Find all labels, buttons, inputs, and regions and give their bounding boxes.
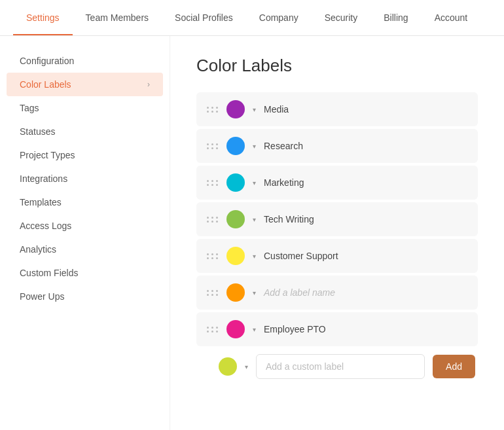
color-dropdown-arrow[interactable]: ▾ — [253, 179, 256, 187]
label-name: Tech Writing — [264, 214, 467, 224]
label-row: ▾Tech Writing — [196, 202, 478, 236]
label-list: ▾Media▾Research▾Marketing▾Tech Writing▾C… — [196, 92, 478, 346]
sidebar-item-power-ups[interactable]: Power Ups — [0, 285, 170, 308]
main-layout: ConfigurationColor Labels›TagsStatusesPr… — [0, 36, 504, 430]
sidebar-item-label: Power Ups — [20, 291, 64, 302]
color-dropdown-arrow[interactable]: ▾ — [253, 326, 256, 333]
sidebar-item-label: Analytics — [20, 244, 56, 255]
top-nav: SettingsTeam MembersSocial ProfilesCompa… — [0, 0, 504, 36]
color-dropdown-arrow[interactable]: ▾ — [253, 216, 256, 223]
sidebar-item-project-types[interactable]: Project Types — [0, 143, 170, 167]
sidebar-item-color-labels[interactable]: Color Labels› — [7, 73, 163, 96]
sidebar-item-label: Custom Fields — [20, 268, 78, 278]
chevron-right-icon: › — [147, 80, 150, 89]
label-name: Marketing — [264, 177, 467, 188]
label-row: ▾Media — [196, 92, 478, 126]
label-name: Customer Support — [264, 251, 467, 261]
label-name[interactable]: Add a label name — [264, 287, 467, 298]
sidebar-item-configuration[interactable]: Configuration — [0, 49, 170, 73]
sidebar-item-integrations[interactable]: Integrations — [0, 167, 170, 190]
label-row: ▾Employee PTO — [196, 312, 478, 346]
add-dropdown-arrow[interactable]: ▾ — [245, 363, 248, 370]
label-name: Research — [264, 141, 467, 151]
color-circle[interactable] — [226, 100, 245, 118]
drag-handle[interactable] — [207, 180, 219, 186]
sidebar-item-label: Access Logs — [20, 221, 71, 231]
drag-handle[interactable] — [207, 290, 219, 296]
sidebar-item-access-logs[interactable]: Access Logs — [0, 214, 170, 238]
sidebar-item-label: Color Labels — [20, 79, 71, 90]
nav-item-team-members[interactable]: Team Members — [73, 1, 162, 35]
color-circle[interactable] — [226, 137, 245, 155]
color-circle[interactable] — [226, 247, 245, 265]
sidebar-item-label: Configuration — [20, 56, 74, 66]
sidebar-item-analytics[interactable]: Analytics — [0, 238, 170, 261]
sidebar-item-label: Integrations — [20, 173, 67, 184]
color-circle[interactable] — [226, 320, 245, 338]
nav-item-company[interactable]: Company — [246, 1, 312, 35]
nav-item-account[interactable]: Account — [422, 1, 481, 35]
label-name: Employee PTO — [264, 324, 467, 334]
color-dropdown-arrow[interactable]: ▾ — [253, 253, 256, 260]
sidebar: ConfigurationColor Labels›TagsStatusesPr… — [0, 36, 170, 430]
color-dropdown-arrow[interactable]: ▾ — [253, 143, 256, 150]
add-label-row: ▾ Add — [196, 354, 478, 379]
add-label-input[interactable] — [256, 354, 425, 379]
label-row: ▾Marketing — [196, 166, 478, 200]
drag-handle[interactable] — [207, 327, 219, 332]
nav-item-security[interactable]: Security — [312, 1, 371, 35]
sidebar-item-label: Statuses — [20, 126, 55, 137]
sidebar-item-label: Templates — [20, 197, 62, 207]
sidebar-item-label: Project Types — [20, 150, 75, 160]
page-title: Color Labels — [196, 56, 478, 76]
sidebar-item-label: Tags — [20, 103, 39, 113]
color-dropdown-arrow[interactable]: ▾ — [253, 289, 256, 296]
nav-item-settings[interactable]: Settings — [13, 1, 73, 35]
color-circle[interactable] — [226, 173, 245, 192]
sidebar-item-statuses[interactable]: Statuses — [0, 120, 170, 143]
drag-handle[interactable] — [207, 253, 219, 259]
add-label-button[interactable]: Add — [433, 355, 475, 378]
label-row: ▾Research — [196, 129, 478, 163]
add-color-circle[interactable] — [219, 357, 237, 376]
label-row: ▾Customer Support — [196, 239, 478, 273]
sidebar-item-templates[interactable]: Templates — [0, 190, 170, 214]
color-circle[interactable] — [226, 283, 245, 302]
color-circle[interactable] — [226, 210, 245, 228]
drag-handle[interactable] — [207, 143, 219, 149]
content-area: Color Labels ▾Media▾Research▾Marketing▾T… — [170, 36, 504, 430]
nav-item-social-profiles[interactable]: Social Profiles — [162, 1, 246, 35]
color-dropdown-arrow[interactable]: ▾ — [253, 106, 256, 113]
sidebar-item-custom-fields[interactable]: Custom Fields — [0, 261, 170, 285]
nav-item-billing[interactable]: Billing — [370, 1, 421, 35]
label-row: ▾Add a label name — [196, 276, 478, 310]
drag-handle[interactable] — [207, 107, 219, 113]
drag-handle[interactable] — [207, 217, 219, 223]
label-name: Media — [264, 104, 467, 115]
sidebar-item-tags[interactable]: Tags — [0, 96, 170, 120]
